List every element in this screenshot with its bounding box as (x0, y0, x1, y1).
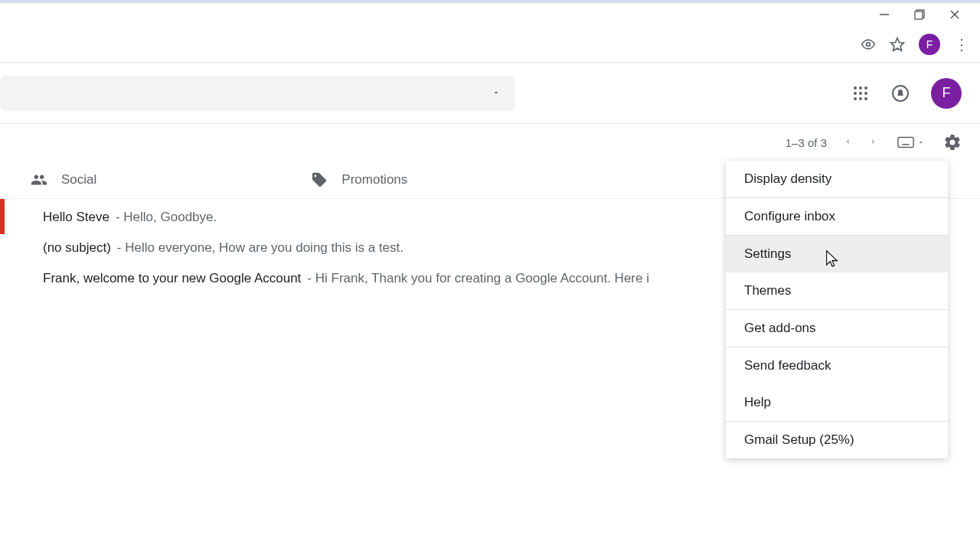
svg-point-14 (859, 97, 862, 100)
star-icon[interactable] (890, 37, 905, 52)
svg-point-9 (864, 86, 867, 90)
minimize-button[interactable] (867, 3, 902, 26)
input-tools-button[interactable] (897, 136, 925, 148)
message-snippet: - Hello, Goodbye. (116, 210, 217, 225)
chrome-menu-icon[interactable]: ⋮ (954, 35, 969, 54)
browser-profile-avatar[interactable]: F (919, 34, 940, 55)
settings-menu: Display density Configure inbox Settings… (726, 161, 948, 458)
svg-rect-17 (898, 138, 913, 148)
search-input[interactable] (0, 76, 514, 111)
svg-marker-6 (891, 37, 904, 51)
svg-point-7 (854, 86, 857, 90)
svg-point-11 (859, 92, 862, 95)
menu-configure-inbox[interactable]: Configure inbox (726, 198, 948, 235)
apps-grid-icon[interactable] (851, 84, 870, 103)
mail-toolbar: 1–3 of 3 (0, 124, 980, 161)
next-page-button[interactable] (868, 136, 879, 149)
primary-tab-indicator (0, 199, 5, 234)
menu-themes[interactable]: Themes (726, 272, 948, 309)
gmail-header: F (0, 63, 980, 124)
svg-point-10 (854, 92, 857, 95)
account-avatar[interactable]: F (931, 78, 962, 109)
message-subject: (no subject) (43, 240, 111, 256)
maximize-button[interactable] (902, 3, 937, 26)
svg-point-12 (864, 92, 867, 95)
svg-point-13 (854, 97, 857, 100)
search-options-caret-icon[interactable] (492, 86, 501, 100)
window-titlebar (0, 0, 980, 26)
menu-get-addons[interactable]: Get add-ons (726, 310, 948, 347)
menu-gmail-setup[interactable]: Gmail Setup (25%) (726, 422, 948, 458)
tab-promotions[interactable]: Promotions (311, 171, 407, 188)
settings-gear-icon[interactable] (943, 133, 962, 152)
message-subject: Frank, welcome to your new Google Accoun… (43, 271, 301, 286)
svg-point-5 (867, 42, 871, 46)
message-subject: Hello Steve (43, 210, 109, 225)
svg-rect-2 (915, 11, 923, 19)
message-snippet: - Hello everyone, How are you doing this… (117, 240, 403, 256)
page-indicator: 1–3 of 3 (786, 136, 827, 149)
notifications-bell-icon[interactable] (891, 84, 910, 103)
svg-point-8 (859, 86, 862, 90)
pagination: 1–3 of 3 (786, 136, 879, 149)
tab-promotions-label: Promotions (341, 172, 407, 187)
prev-page-button[interactable] (842, 136, 853, 149)
eye-icon[interactable] (861, 37, 876, 52)
menu-display-density[interactable]: Display density (726, 161, 948, 197)
menu-help[interactable]: Help (726, 384, 948, 421)
menu-settings[interactable]: Settings (726, 236, 948, 272)
message-snippet: - Hi Frank, Thank you for creating a Goo… (307, 271, 649, 286)
tab-social[interactable]: Social (31, 171, 96, 188)
svg-point-15 (864, 97, 867, 100)
browser-toolbar: F ⋮ (0, 26, 980, 63)
close-button[interactable] (937, 3, 972, 26)
menu-send-feedback[interactable]: Send feedback (726, 347, 948, 384)
tab-social-label: Social (61, 172, 96, 187)
